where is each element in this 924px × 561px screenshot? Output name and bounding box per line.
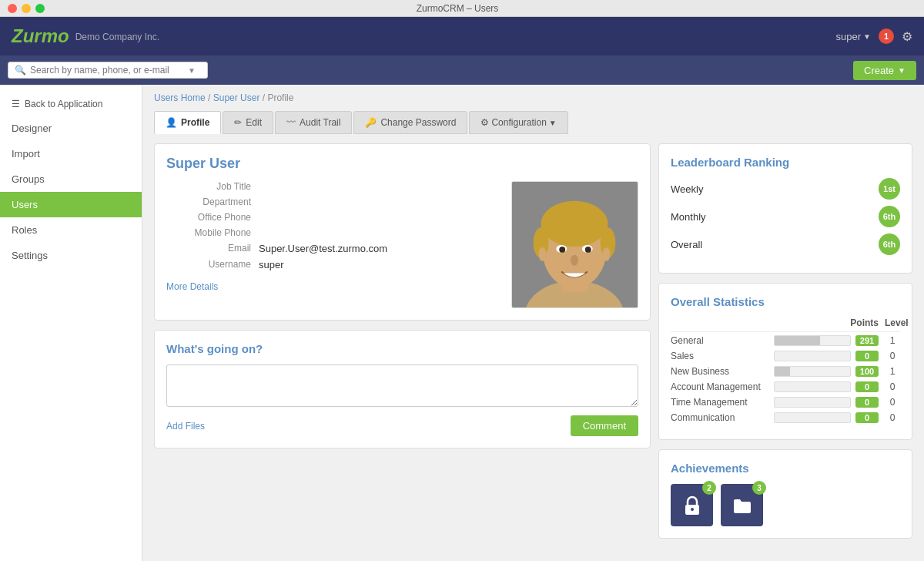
minimize-button[interactable] <box>22 4 31 13</box>
svg-point-11 <box>571 255 578 266</box>
leaderboard-title: Leaderboard Ranking <box>671 156 900 169</box>
leaderboard-card: Leaderboard Ranking Weekly 1st Monthly 6… <box>658 143 912 274</box>
back-to-application-link[interactable]: ☰ Back to Application <box>0 92 142 116</box>
notification-badge[interactable]: 1 <box>879 29 894 44</box>
svg-point-4 <box>541 201 608 247</box>
search-dropdown-icon[interactable]: ▼ <box>188 66 196 75</box>
notif-count: 1 <box>884 32 889 41</box>
search-input[interactable] <box>30 65 184 76</box>
field-username: Username super <box>166 259 500 270</box>
content-area: Users Home / Super User / Profile 👤 Prof… <box>142 85 924 561</box>
svg-point-12 <box>539 247 547 261</box>
activity-card: What's going on? Add Files Comment <box>154 330 651 448</box>
stats-bar-account-management <box>774 381 851 392</box>
username-value: super <box>259 259 284 270</box>
add-files-link[interactable]: Add Files <box>166 421 205 432</box>
achievements-icons: 2 3 <box>671 484 900 526</box>
gear-tab-icon: ⚙ <box>480 117 489 128</box>
level-sales: 0 <box>885 351 900 361</box>
svg-point-10 <box>585 247 591 253</box>
tab-configuration[interactable]: ⚙ Configuration ▼ <box>469 111 567 134</box>
stats-row-account-management: Account Management 0 0 <box>671 381 900 392</box>
main-layout: ☰ Back to Application Designer Import Gr… <box>0 85 924 561</box>
stats-bar-new-business <box>774 366 851 377</box>
tab-change-password[interactable]: 🔑 Change Password <box>353 111 467 134</box>
key-icon: 🔑 <box>365 117 377 128</box>
title-bar: ZurmoCRM – Users <box>0 0 924 17</box>
achievements-title: Achievements <box>671 462 900 475</box>
user-dropdown-icon: ▼ <box>863 32 871 41</box>
leaderboard-weekly-label: Weekly <box>671 183 703 195</box>
sidebar-item-import[interactable]: Import <box>0 141 142 166</box>
user-badge[interactable]: super ▼ <box>836 31 871 42</box>
more-details-link[interactable]: More Details <box>166 281 218 292</box>
right-panel: Leaderboard Ranking Weekly 1st Monthly 6… <box>651 143 912 539</box>
config-dropdown-icon: ▼ <box>549 119 557 127</box>
search-icon: 🔍 <box>15 65 26 76</box>
sidebar-item-settings[interactable]: Settings <box>0 243 142 268</box>
breadcrumb: Users Home / Super User / Profile <box>154 92 912 103</box>
stats-columns-header: Points Level <box>671 317 900 332</box>
logo-text: Zurmo <box>12 25 69 47</box>
tab-edit[interactable]: ✏ Edit <box>223 111 273 134</box>
main-column: Super User Job Title Department <box>154 143 651 539</box>
sidebar-item-users[interactable]: Users <box>0 192 142 217</box>
points-time-management: 0 <box>855 397 879 408</box>
top-nav-right: super ▼ 1 ⚙ <box>836 29 912 44</box>
points-new-business: 100 <box>855 366 879 377</box>
stats-row-time-management: Time Management 0 0 <box>671 397 900 408</box>
achievement-lock: 2 <box>671 484 713 526</box>
points-account-management: 0 <box>855 381 879 392</box>
stats-title: Overall Statistics <box>671 295 900 308</box>
profile-photo <box>511 181 638 308</box>
field-department: Department <box>166 197 500 207</box>
svg-point-9 <box>559 247 565 253</box>
create-dropdown-icon: ▼ <box>898 66 906 75</box>
leaderboard-weekly: Weekly 1st <box>671 178 900 200</box>
activity-textarea[interactable] <box>166 364 638 407</box>
level-general: 1 <box>885 335 900 346</box>
tab-profile[interactable]: 👤 Profile <box>154 111 221 134</box>
col-points-header: Points <box>850 317 879 328</box>
tab-audit-trail[interactable]: 〰 Audit Trail <box>275 111 352 134</box>
comment-button[interactable]: Comment <box>571 415 638 436</box>
overall-rank-badge: 6th <box>879 233 900 255</box>
close-button[interactable] <box>8 4 17 13</box>
svg-point-15 <box>691 508 694 511</box>
back-icon: ☰ <box>12 99 20 109</box>
logo-area: Zurmo Demo Company Inc. <box>12 25 159 47</box>
stats-bar-time-management <box>774 397 851 408</box>
leaderboard-overall-label: Overall <box>671 239 702 250</box>
sidebar-item-roles[interactable]: Roles <box>0 217 142 243</box>
breadcrumb-super-user[interactable]: Super User <box>213 92 260 103</box>
trail-icon: 〰 <box>286 117 296 128</box>
search-wrap: 🔍 ▼ <box>8 62 208 79</box>
profile-name: Super User <box>166 156 638 172</box>
maximize-button[interactable] <box>35 4 45 13</box>
field-office-phone: Office Phone <box>166 212 500 223</box>
field-email: Email Super.User@test.zurmo.com <box>166 243 500 254</box>
company-name: Demo Company Inc. <box>75 32 159 42</box>
points-general: 291 <box>855 335 879 346</box>
breadcrumb-users-home[interactable]: Users Home <box>154 92 206 103</box>
sidebar-item-groups[interactable]: Groups <box>0 166 142 192</box>
profile-fields: Job Title Department Office Phone <box>166 181 500 308</box>
leaderboard-monthly: Monthly 6th <box>671 206 900 227</box>
sidebar-item-designer[interactable]: Designer <box>0 116 142 141</box>
level-account-management: 0 <box>885 381 900 392</box>
points-sales: 0 <box>855 351 879 361</box>
stats-row-new-business: New Business 100 1 <box>671 366 900 377</box>
activity-title: What's going on? <box>166 342 638 355</box>
back-label: Back to Application <box>25 99 102 109</box>
create-button[interactable]: Create ▼ <box>853 61 916 80</box>
achievement-lock-count: 2 <box>702 481 716 495</box>
weekly-rank-badge: 1st <box>879 178 900 200</box>
level-time-management: 0 <box>885 397 900 408</box>
search-bar: 🔍 ▼ Create ▼ <box>0 55 924 85</box>
content-columns: Super User Job Title Department <box>154 143 912 539</box>
settings-icon[interactable]: ⚙ <box>902 29 912 44</box>
stats-row-sales: Sales 0 0 <box>671 351 900 361</box>
profile-content: Job Title Department Office Phone <box>166 181 638 308</box>
username-label: super <box>836 31 862 42</box>
window-controls <box>8 4 45 13</box>
